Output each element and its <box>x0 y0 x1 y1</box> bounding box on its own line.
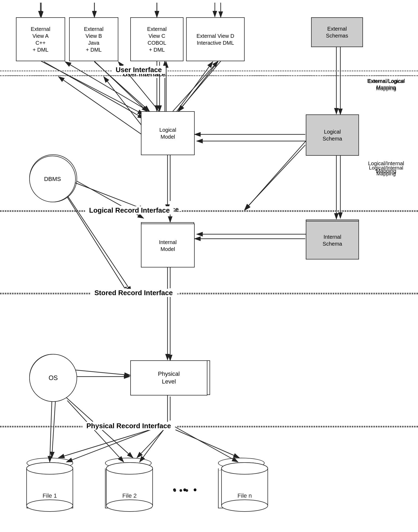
svg-line-81 <box>50 401 52 462</box>
ext-view-c-box-top: External View C COBOL + DML <box>130 17 183 61</box>
pri-line-final <box>0 427 418 427</box>
os-circle-top: OS <box>29 354 77 402</box>
svg-line-74 <box>245 145 305 210</box>
svg-line-24 <box>74 370 130 375</box>
ext-schemas-box-top: External Schemas <box>311 17 363 47</box>
arrows-svg <box>0 0 418 532</box>
svg-line-31 <box>245 141 306 210</box>
logical-internal-label-top: Logical/InternalMapping <box>361 165 411 177</box>
internal-model-box-top: Internal Model <box>141 224 195 267</box>
svg-line-82 <box>67 401 124 462</box>
logical-model-box-top: Logical Model <box>141 111 195 155</box>
lri-label-final: Logical Record Interface <box>85 206 174 215</box>
sri-label-final: Stored Record Interface <box>90 289 177 297</box>
svg-line-30 <box>175 430 239 458</box>
svg-line-26 <box>58 428 154 458</box>
arrows-overlay: File 1 File 2 • • • File n <box>0 0 418 532</box>
logical-schema-box-top: Logical Schema <box>306 114 359 156</box>
pri-label-final: Physical Record Interface <box>82 422 175 430</box>
ext-view-a-box-top: External View A C++ + DML <box>16 17 65 61</box>
file2-label: File 2 <box>121 499 136 505</box>
dots-label: • • • <box>173 484 199 496</box>
svg-line-85 <box>175 427 238 462</box>
file2-cylinder: File 2 <box>105 458 152 514</box>
svg-line-83 <box>66 426 160 462</box>
internal-schema-box-top: Internal Schema <box>306 221 359 259</box>
svg-line-66 <box>175 62 213 113</box>
user-interface-dashed <box>0 75 418 76</box>
file1-cylinder: File 1 <box>27 458 73 514</box>
ui-line-final <box>0 71 418 71</box>
svg-line-29 <box>137 428 165 458</box>
svg-line-12 <box>173 61 218 111</box>
lri-line-final <box>0 211 418 212</box>
filen-label: File n <box>234 499 249 505</box>
ext-logical-label-top: External/LogicalMapping <box>361 79 411 90</box>
diagram-container: External View A C++ + DML External View … <box>0 0 418 532</box>
svg-line-84 <box>140 426 166 462</box>
user-interface-label-final: User Interface <box>112 66 166 74</box>
svg-line-67 <box>179 62 218 111</box>
ext-view-b-box-top: External View B Java + DML <box>69 17 118 61</box>
sri-line-final <box>0 294 418 294</box>
ext-view-d-box-top: External View D Interactive DML <box>186 17 245 61</box>
svg-line-13 <box>178 61 221 111</box>
svg-line-75 <box>70 181 145 210</box>
physical-level-box-top: Physical Level <box>130 360 207 395</box>
filen-cylinder: File n <box>218 458 265 514</box>
file1-label: File 1 <box>43 499 57 505</box>
dbms-circle-top: DBMS <box>29 156 76 202</box>
